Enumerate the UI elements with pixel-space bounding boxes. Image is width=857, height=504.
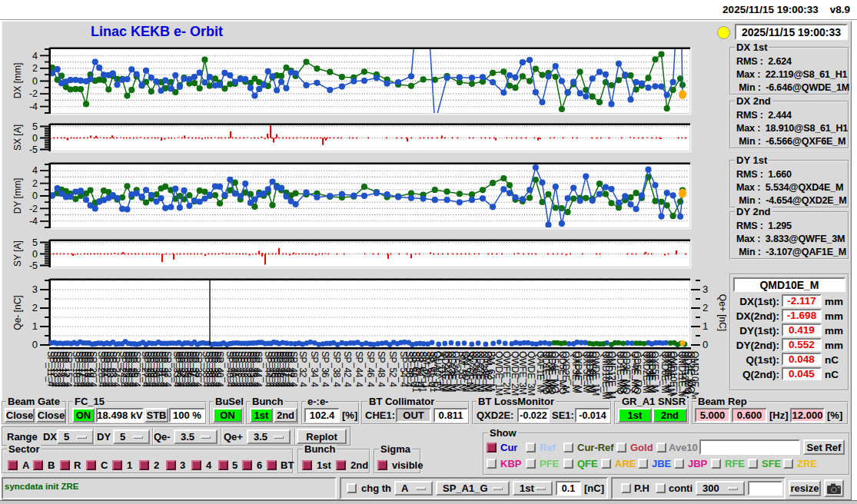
svg-text:QXD2E_M: QXD2E_M [560,351,571,393]
svg-text:SP_36_4: SP_36_4 [320,351,331,387]
svg-text:2: 2 [32,178,38,189]
svg-text:-2: -2 [29,88,38,99]
svg-text:SP_32_4: SP_32_4 [297,351,308,387]
svg-text:5: 5 [32,237,38,248]
svg-text:SP_48_4: SP_48_4 [376,351,387,387]
svg-text:2: 2 [32,63,38,74]
svg-text:Qe- [nC]: Qe- [nC] [12,295,23,330]
svg-text:-2: -2 [29,204,38,214]
svg-text:QWDE_3M: QWDE_3M [526,351,536,396]
svg-text:-5: -5 [29,144,38,155]
svg-text:5: 5 [32,121,38,132]
svg-text:2: 2 [703,302,708,313]
svg-text:Qe+ [nC]: Qe+ [nC] [717,294,726,331]
svg-text:DX [mm]: DX [mm] [12,63,23,99]
svg-text:SP_44_4: SP_44_4 [354,351,364,387]
svg-text:-4: -4 [29,101,38,112]
svg-text:1: 1 [703,320,708,332]
svg-text:SP_40_4: SP_40_4 [214,351,225,387]
svg-text:1: 1 [32,320,38,332]
svg-text:QWDE_1M: QWDE_1M [590,351,601,396]
svg-text:SX [A]: SX [A] [12,124,23,151]
svg-text:-4: -4 [29,216,38,227]
svg-text:0: 0 [32,249,38,260]
svg-text:3: 3 [32,284,38,295]
svg-text:SP_38_4: SP_38_4 [331,351,342,387]
svg-text:QMD10E_M: QMD10E_M [689,351,700,399]
svg-text:SP_52_4: SP_52_4 [387,351,398,387]
svg-text:4: 4 [32,51,38,61]
svg-text:0: 0 [703,339,708,350]
svg-text:SP_44_4: SP_44_4 [253,351,264,387]
svg-text:-5: -5 [29,260,38,271]
svg-text:4: 4 [32,165,38,176]
svg-text:SP_48_4: SP_48_4 [288,351,299,387]
svg-text:0: 0 [32,191,38,201]
svg-text:SP_46_4: SP_46_4 [365,351,376,387]
svg-text:SP_34_4: SP_34_4 [309,351,320,387]
svg-text:DY [mm]: DY [mm] [12,178,23,214]
svg-text:SY [A]: SY [A] [12,240,23,267]
svg-text:QXF5E_M: QXF5E_M [649,351,660,393]
svg-text:0: 0 [32,339,38,350]
svg-text:0: 0 [32,133,38,144]
svg-text:2: 2 [32,302,38,313]
svg-text:0: 0 [32,76,38,87]
svg-text:3: 3 [703,284,708,295]
svg-text:SP_42_4: SP_42_4 [342,351,353,387]
